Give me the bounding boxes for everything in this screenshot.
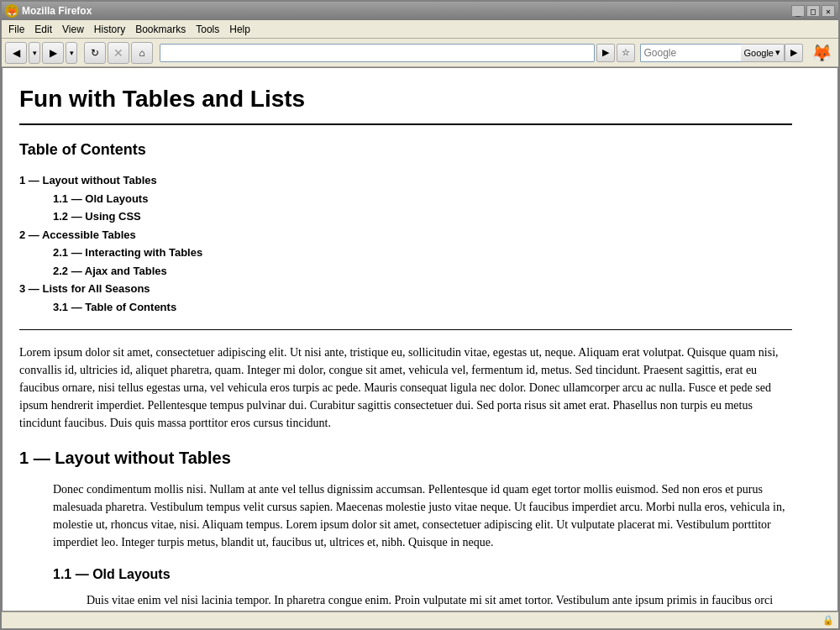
toc-list: 1 — Layout without Tables 1.1 — Old Layo… xyxy=(19,171,792,316)
menu-file[interactable]: File xyxy=(3,22,29,37)
title-bar: 🦊 Mozilla Firefox _ □ ✕ xyxy=(2,2,838,20)
toc-item-2-2: 2.2 — Ajax and Tables xyxy=(19,262,792,281)
reload-button[interactable]: ↻ xyxy=(84,42,106,64)
subsection1-heading: 1.1 — Old Layouts xyxy=(53,564,792,585)
subsection1-text: Duis vitae enim vel nisi lacinia tempor.… xyxy=(87,591,792,612)
close-button[interactable]: ✕ xyxy=(822,5,835,17)
search-box: Google ▾ ▶ xyxy=(640,44,803,62)
toolbar: ◀ ▾ ▶ ▾ ↻ ✕ ⌂ ▶ ☆ Google ▾ ▶ 🦊 xyxy=(2,39,838,67)
menu-tools[interactable]: Tools xyxy=(191,22,224,37)
content-area[interactable]: Fun with Tables and Lists Table of Conte… xyxy=(2,67,838,612)
search-engine-label[interactable]: Google ▾ xyxy=(741,44,785,62)
menu-view[interactable]: View xyxy=(57,22,89,37)
page-title: Fun with Tables and Lists xyxy=(19,81,792,117)
toc-item-3-1: 3.1 — Table of Contents xyxy=(19,298,792,317)
bookmark-icon[interactable]: ☆ xyxy=(617,44,635,62)
go-button[interactable]: ▶ xyxy=(596,44,615,62)
menu-bookmarks[interactable]: Bookmarks xyxy=(130,22,191,37)
toc-item-1-2: 1.2 — Using CSS xyxy=(19,207,792,226)
page-content: Fun with Tables and Lists Table of Conte… xyxy=(3,68,809,612)
menu-edit[interactable]: Edit xyxy=(29,22,57,37)
search-dropdown-icon: ▾ xyxy=(775,47,780,58)
window-controls: _ □ ✕ xyxy=(791,5,835,17)
back-button[interactable]: ◀ xyxy=(5,42,27,64)
toc-item-1: 1 — Layout without Tables xyxy=(19,171,792,190)
firefox-logo: 🦊 xyxy=(808,39,835,66)
toc-item-3: 3 — Lists for All Seasons xyxy=(19,280,792,298)
google-label: Google xyxy=(744,48,774,58)
menu-help[interactable]: Help xyxy=(224,22,255,37)
window-title: Mozilla Firefox xyxy=(22,5,788,17)
toc-item-2: 2 — Accessible Tables xyxy=(19,226,792,244)
section1-text: Donec condimentum mollis nisi. Nullam at… xyxy=(53,480,792,551)
title-divider xyxy=(19,123,792,125)
address-bar[interactable] xyxy=(160,44,595,62)
maximize-button[interactable]: □ xyxy=(806,5,820,17)
back-dropdown[interactable]: ▾ xyxy=(29,42,40,64)
toc-divider xyxy=(19,329,792,330)
browser-window: 🦊 Mozilla Firefox _ □ ✕ File Edit View H… xyxy=(0,0,840,630)
menu-bar: File Edit View History Bookmarks Tools H… xyxy=(2,20,838,39)
stop-button[interactable]: ✕ xyxy=(108,42,129,64)
menu-history[interactable]: History xyxy=(89,22,130,37)
forward-button[interactable]: ▶ xyxy=(42,42,64,64)
search-input[interactable] xyxy=(640,44,741,62)
forward-dropdown[interactable]: ▾ xyxy=(66,42,77,64)
section1-heading: 1 — Layout without Tables xyxy=(19,445,792,470)
search-go-button[interactable]: ▶ xyxy=(785,44,803,62)
intro-paragraph: Lorem ipsum dolor sit amet, consectetuer… xyxy=(19,344,792,432)
firefox-icon: 🦊 xyxy=(5,4,18,18)
security-icon: 🔒 xyxy=(822,614,835,627)
status-bar: 🔒 xyxy=(2,612,838,628)
minimize-button[interactable]: _ xyxy=(791,5,805,17)
toc-item-1-1: 1.1 — Old Layouts xyxy=(19,190,792,208)
home-button[interactable]: ⌂ xyxy=(131,42,153,64)
toc-item-2-1: 2.1 — Interacting with Tables xyxy=(19,244,792,262)
toc-heading: Table of Contents xyxy=(19,139,792,161)
